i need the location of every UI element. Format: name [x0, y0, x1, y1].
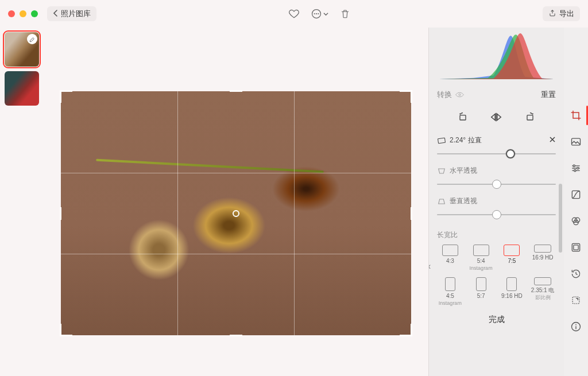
thumbnail-2[interactable]	[5, 71, 39, 106]
crop-handle-top-left[interactable]	[60, 90, 72, 103]
visibility-icon	[455, 91, 464, 98]
crop-grid-line	[177, 91, 178, 335]
crop-handle-right[interactable]	[411, 207, 412, 220]
crop-handle-bottom[interactable]	[230, 335, 242, 336]
thumbnail-1[interactable]	[5, 32, 39, 67]
svg-point-11	[577, 167, 579, 169]
aspect-prev-button[interactable]: ‹	[429, 261, 431, 272]
fullscreen-window-button[interactable]	[31, 10, 38, 17]
export-button[interactable]: 导出	[543, 6, 580, 21]
color-tool-button[interactable]	[568, 214, 583, 228]
crop-grid-line	[61, 254, 411, 254]
crop-handle-top[interactable]	[230, 90, 242, 92]
crop-tool-button[interactable]	[568, 108, 583, 123]
minimize-window-button[interactable]	[20, 10, 26, 17]
crop-handle-bottom-right[interactable]	[400, 324, 412, 336]
rotate-left-button[interactable]	[456, 110, 470, 124]
crop-handle-left[interactable]	[60, 207, 61, 220]
svg-point-12	[574, 170, 576, 172]
filmstrip	[0, 28, 43, 376]
edit-panel: 转换 重置	[428, 28, 564, 376]
rotate-controls	[429, 103, 564, 134]
crop-handle-bottom-left[interactable]	[60, 324, 72, 336]
window-controls	[8, 10, 38, 17]
svg-rect-18	[574, 245, 578, 250]
delete-button[interactable]	[339, 7, 351, 20]
svg-rect-7	[527, 115, 533, 120]
aspect-label: 4:5	[446, 293, 454, 299]
back-to-library-button[interactable]: 照片图库	[47, 6, 96, 21]
aspect-option-4-5[interactable]: 4:5Instagram	[436, 277, 465, 307]
export-icon	[548, 9, 556, 19]
svg-rect-8	[438, 138, 446, 144]
h-perspective-label: 水平透视	[450, 166, 477, 176]
close-window-button[interactable]	[8, 10, 15, 17]
more-menu-button[interactable]	[311, 7, 328, 20]
histogram	[429, 28, 564, 80]
aspect-label: 5:4	[477, 258, 485, 264]
aspect-option-7-5[interactable]: 7:5	[498, 245, 527, 272]
aspect-label: 2.35:1 电	[531, 287, 555, 293]
aspect-sublabel: Instagram	[470, 266, 493, 272]
aspect-sublabel: 影比例	[535, 295, 551, 301]
straighten-reset-button[interactable]	[549, 136, 556, 145]
h-perspective-icon	[437, 167, 446, 175]
favorite-button[interactable]	[288, 7, 300, 20]
svg-rect-19	[572, 297, 579, 304]
chevron-down-icon	[323, 11, 328, 17]
crop-frame[interactable]	[61, 91, 411, 335]
aspect-label: 5:7	[477, 293, 485, 299]
aspect-option-9-16-HD[interactable]: 9:16 HD	[498, 277, 527, 307]
svg-point-2	[316, 13, 317, 14]
chevron-left-icon	[53, 10, 59, 18]
svg-point-21	[575, 324, 577, 325]
back-label: 照片图库	[61, 9, 91, 19]
aspect-option-5-7[interactable]: 5:7	[467, 277, 496, 307]
flip-horizontal-button[interactable]	[489, 110, 503, 124]
aspect-option-2.35-1-电[interactable]: 2.35:1 电影比例	[528, 277, 557, 307]
svg-point-1	[314, 13, 315, 14]
aspect-ratio-label: 长宽比	[436, 230, 557, 240]
crop-grid-line	[61, 173, 411, 173]
info-tool-button[interactable]	[568, 319, 583, 334]
straighten-slider[interactable]	[437, 146, 556, 161]
done-button[interactable]: 完成	[489, 315, 505, 324]
rotate-right-button[interactable]	[523, 110, 537, 124]
adjust-tool-button[interactable]	[568, 161, 583, 176]
aspect-label: 9:16 HD	[501, 293, 523, 299]
export-tool-button[interactable]	[568, 293, 583, 308]
curves-tool-button[interactable]	[568, 187, 583, 202]
tool-rail	[564, 28, 588, 376]
svg-point-4	[459, 94, 461, 95]
toolbar: 照片图库 导出	[0, 0, 588, 28]
aspect-label: 7:5	[508, 258, 516, 264]
photo-canvas[interactable]	[43, 28, 428, 376]
edit-badge-icon	[27, 34, 37, 44]
straighten-value: 2.24°	[450, 136, 466, 144]
v-perspective-slider[interactable]	[437, 207, 556, 222]
aspect-option-16-9-HD[interactable]: 16:9 HD	[528, 245, 557, 272]
aspect-option-4-3[interactable]: 4:3	[436, 245, 465, 272]
export-label: 导出	[559, 9, 574, 19]
panel-scrollbar[interactable]	[559, 184, 562, 342]
svg-rect-9	[572, 138, 581, 145]
h-perspective-slider[interactable]	[437, 177, 556, 192]
straighten-icon	[437, 137, 446, 145]
aspect-option-5-4[interactable]: 5:4Instagram	[467, 245, 496, 272]
reset-button[interactable]: 重置	[541, 90, 556, 100]
svg-rect-5	[460, 115, 466, 120]
aspect-label: 4:3	[446, 258, 454, 264]
straighten-label: 拉直	[468, 136, 482, 144]
vignette-tool-button[interactable]	[568, 240, 583, 255]
crop-center-icon	[233, 210, 239, 217]
svg-point-10	[573, 165, 575, 166]
image-tool-button[interactable]	[568, 134, 583, 149]
svg-point-3	[318, 13, 319, 14]
crop-grid-line	[294, 91, 295, 335]
crop-handle-top-right[interactable]	[400, 90, 412, 103]
aspect-sublabel: Instagram	[439, 301, 462, 307]
panel-title: 转换	[437, 90, 464, 100]
history-tool-button[interactable]	[568, 266, 583, 281]
v-perspective-icon	[437, 197, 446, 206]
aspect-label: 16:9 HD	[532, 254, 554, 261]
